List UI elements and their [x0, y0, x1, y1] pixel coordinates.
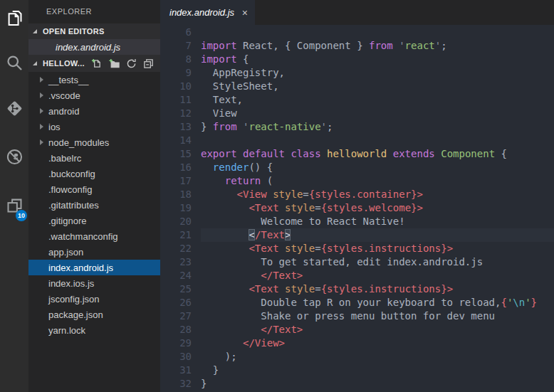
chevron-collapsed-icon	[40, 92, 43, 98]
close-icon[interactable]: ×	[242, 8, 248, 18]
line-number: 20	[160, 215, 201, 228]
code-line-content: View	[201, 107, 554, 120]
tree-item-ios[interactable]: ios	[28, 119, 160, 134]
tree-item-label: app.json	[48, 247, 83, 258]
line-number: 29	[160, 337, 201, 350]
refresh-icon[interactable]	[126, 58, 137, 69]
tree-item-yarn-lock[interactable]: yarn.lock	[28, 322, 160, 338]
code-line-content: <View style={styles.container}>	[201, 188, 554, 201]
debug-activity-button[interactable]	[0, 140, 28, 176]
tab-bar: index.android.js ×	[160, 0, 554, 25]
open-editors-list: index.android.js	[28, 39, 160, 55]
chevron-collapsed-icon	[40, 124, 43, 129]
file-tree: __tests__.vscodeandroidiosnode_modules.b…	[28, 72, 160, 338]
code-line[interactable]: 6	[160, 26, 554, 39]
tree-item-label: .vscode	[48, 90, 80, 101]
debug-icon	[5, 147, 24, 169]
chevron-expanded-icon	[33, 61, 37, 65]
open-editor-item[interactable]: index.android.js	[28, 39, 160, 55]
tree-item--watchmanconfig[interactable]: .watchmanconfig	[28, 228, 160, 244]
code-line[interactable]: 16 render() {	[160, 161, 554, 174]
code-line[interactable]: 11 Text,	[160, 93, 554, 107]
tree-item-index-ios-js[interactable]: index.ios.js	[28, 275, 160, 291]
code-line[interactable]: 13} from 'react-native';	[160, 120, 554, 134]
line-number: 19	[160, 201, 201, 215]
tree-item--gitattributes[interactable]: .gitattributes	[28, 197, 160, 213]
tree-item-app-json[interactable]: app.json	[28, 244, 160, 260]
tree-item-package-json[interactable]: package.json	[28, 307, 160, 322]
tree-item--tests-[interactable]: __tests__	[28, 72, 160, 88]
code-line[interactable]: 22 <Text style={styles.instructions}>	[160, 242, 554, 255]
line-number: 10	[160, 80, 201, 93]
code-line[interactable]: 14	[160, 134, 554, 147]
code-line[interactable]: 32}	[160, 377, 554, 391]
code-line-content: return (	[201, 174, 554, 188]
code-line[interactable]: 24 </Text>	[160, 269, 554, 282]
explorer-activity-button[interactable]	[0, 1, 28, 37]
code-line[interactable]: 15export default class helloworld extend…	[160, 147, 554, 161]
tree-item-label: node_modules	[48, 137, 109, 148]
code-line[interactable]: 12 View	[160, 107, 554, 120]
tree-item--babelrc[interactable]: .babelrc	[28, 150, 160, 166]
open-editors-label: OPEN EDITORS	[43, 27, 105, 36]
code-line-content: </Text>	[201, 323, 554, 337]
line-number: 18	[160, 188, 201, 201]
tree-item-index-android-js[interactable]: index.android.js	[28, 260, 160, 275]
code-line[interactable]: 21 </Text>	[160, 228, 554, 242]
tree-item--buckconfig[interactable]: .buckconfig	[28, 166, 160, 181]
code-line-content: import {	[201, 53, 554, 66]
tree-item--flowconfig[interactable]: .flowconfig	[28, 181, 160, 197]
tree-item--vscode[interactable]: .vscode	[28, 88, 160, 103]
code-line-content: export default class helloworld extends …	[201, 147, 554, 161]
activity-bar: 10	[0, 0, 28, 392]
new-folder-icon[interactable]	[108, 58, 120, 69]
line-number: 7	[160, 39, 201, 53]
code-line[interactable]: 7import React, { Component } from 'react…	[160, 39, 554, 53]
line-number: 12	[160, 107, 201, 120]
files-icon	[5, 9, 24, 31]
line-number: 31	[160, 364, 201, 377]
line-number: 13	[160, 120, 201, 134]
search-activity-button[interactable]	[0, 46, 28, 82]
code-line[interactable]: 30 );	[160, 350, 554, 364]
code-line[interactable]: 23 To get started, edit index.android.js	[160, 255, 554, 269]
line-number: 17	[160, 174, 201, 188]
tree-item-label: yarn.lock	[48, 325, 85, 336]
new-file-icon[interactable]	[91, 58, 102, 69]
tree-item-label: .babelrc	[48, 153, 81, 164]
code-line-content: </View>	[201, 337, 554, 350]
tab-index-android-js[interactable]: index.android.js ×	[160, 0, 255, 25]
code-line-content: StyleSheet,	[201, 80, 554, 93]
collapse-all-icon[interactable]	[143, 58, 154, 69]
tree-item-jsconfig-json[interactable]: jsconfig.json	[28, 291, 160, 307]
project-header[interactable]: HELLOW...	[28, 55, 160, 72]
line-number: 6	[160, 26, 201, 39]
line-number: 8	[160, 53, 201, 66]
code-line-content: </Text>	[201, 228, 554, 242]
code-line[interactable]: 17 return (	[160, 174, 554, 188]
code-line[interactable]: 8import {	[160, 53, 554, 66]
code-line[interactable]: 26 Double tap R on your keyboard to relo…	[160, 296, 554, 309]
code-line[interactable]: 20 Welcome to React Native!	[160, 215, 554, 228]
code-line[interactable]: 18 <View style={styles.container}>	[160, 188, 554, 201]
tree-item-android[interactable]: android	[28, 103, 160, 119]
code-line[interactable]: 19 <Text style={styles.welcome}>	[160, 201, 554, 215]
code-line[interactable]: 9 AppRegistry,	[160, 66, 554, 80]
git-activity-button[interactable]	[0, 92, 28, 127]
code-line[interactable]: 25 <Text style={styles.instructions}>	[160, 282, 554, 296]
code-line[interactable]: 28 </Text>	[160, 323, 554, 337]
code-line-content: }	[201, 364, 554, 377]
code-line[interactable]: 31 }	[160, 364, 554, 377]
explorer-sidebar: EXPLORER OPEN EDITORS index.android.js H…	[28, 0, 160, 392]
code-line-content: render() {	[201, 161, 554, 174]
tree-item--gitignore[interactable]: .gitignore	[28, 213, 160, 228]
extensions-activity-button[interactable]: 10	[0, 189, 28, 224]
code-line[interactable]: 29 </View>	[160, 337, 554, 350]
tree-item-label: .buckconfig	[48, 169, 95, 179]
open-editors-header[interactable]: OPEN EDITORS	[28, 23, 160, 39]
code-line[interactable]: 27 Shake or press menu button for dev me…	[160, 309, 554, 323]
code-editor[interactable]: 67import React, { Component } from 'reac…	[160, 25, 554, 392]
code-line[interactable]: 10 StyleSheet,	[160, 80, 554, 93]
line-number: 16	[160, 161, 201, 174]
tree-item-node-modules[interactable]: node_modules	[28, 134, 160, 150]
